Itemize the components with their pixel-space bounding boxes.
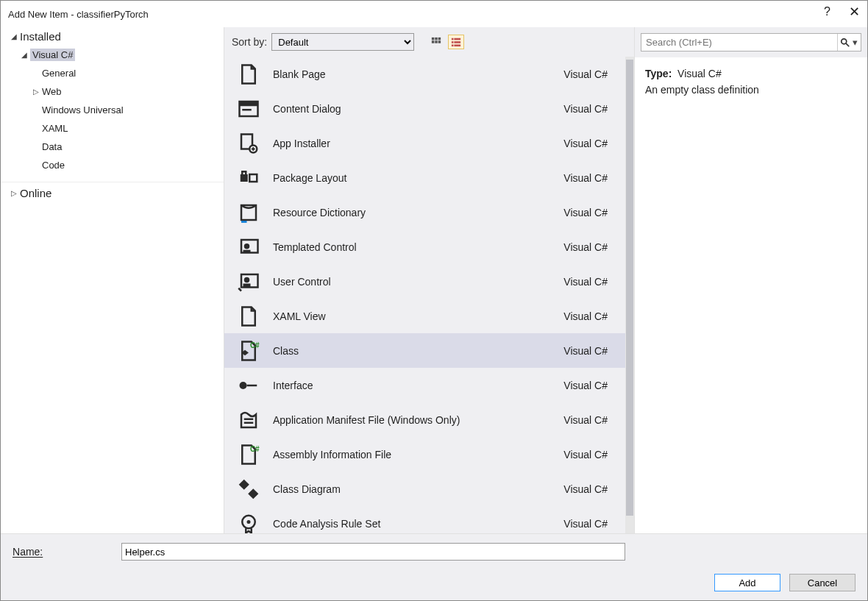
help-button[interactable]: ?	[824, 5, 830, 18]
template-item[interactable]: Content DialogVisual C#	[224, 91, 625, 126]
chevron-down-icon: ◢	[10, 32, 18, 40]
add-new-item-dialog: Add New Item - classifierPyTorch ? ✕ ◢ I…	[0, 0, 868, 601]
template-language: Visual C#	[563, 207, 608, 218]
template-name: Code Analysis Rule Set	[273, 518, 563, 530]
search-icon	[840, 38, 850, 48]
template-item[interactable]: Resource DictionaryVisual C#	[224, 195, 625, 230]
sort-label: Sort by:	[232, 36, 267, 48]
tree-item[interactable]: Data	[1, 138, 224, 156]
template-name: XAML View	[273, 310, 563, 322]
tree-item-label: Visual C#	[30, 49, 75, 61]
add-button[interactable]: Add	[714, 574, 780, 591]
sort-select[interactable]: Default	[271, 33, 414, 51]
ruleset-icon	[236, 511, 261, 534]
search-input[interactable]	[641, 33, 861, 51]
template-item[interactable]: Application Manifest File (Windows Only)…	[224, 402, 625, 437]
tcontrol-icon	[236, 235, 261, 260]
name-input[interactable]	[121, 543, 625, 561]
template-item[interactable]: XAML ViewVisual C#	[224, 299, 625, 333]
scrollbar[interactable]	[625, 57, 634, 533]
template-item[interactable]: Class DiagramVisual C#	[224, 472, 625, 506]
content: ◢ Installed ◢Visual C#General▷WebWindows…	[1, 27, 867, 533]
details-type-label: Type:	[645, 68, 672, 79]
template-name: Blank Page	[273, 68, 563, 80]
template-language: Visual C#	[563, 518, 608, 530]
list-icon	[450, 37, 462, 47]
tree-item[interactable]: ▷Web	[1, 82, 224, 101]
name-label: Name:	[13, 546, 121, 558]
template-panel: Sort by: Default Blank PageVisual C#Cont…	[224, 27, 634, 533]
tree-item-label: XAML	[42, 123, 68, 134]
tree-item-label: Web	[42, 86, 62, 97]
dialog-icon	[236, 96, 261, 121]
installer-icon	[236, 131, 261, 156]
template-name: Class	[273, 345, 563, 357]
template-item[interactable]: Blank PageVisual C#	[224, 57, 625, 91]
template-language: Visual C#	[563, 103, 608, 115]
manifest-icon	[236, 408, 261, 433]
template-name: Application Manifest File (Windows Only)	[273, 414, 563, 426]
class-icon	[236, 338, 261, 363]
tree-item-label: General	[42, 68, 76, 79]
template-item[interactable]: App InstallerVisual C#	[224, 126, 625, 160]
tree-item-label: Online	[20, 187, 51, 199]
diagram-icon	[236, 477, 261, 502]
close-icon[interactable]: ✕	[849, 4, 860, 20]
template-language: Visual C#	[563, 449, 608, 460]
template-name: Package Layout	[273, 172, 563, 184]
tree-item-label: Code	[42, 160, 65, 171]
tree-item[interactable]: General	[1, 64, 224, 82]
template-language: Visual C#	[563, 414, 608, 426]
chevron-right-icon: ▷	[32, 88, 40, 96]
window-title: Add New Item - classifierPyTorch	[8, 9, 149, 20]
tree-item-online[interactable]: ▷ Online	[1, 182, 224, 202]
template-item[interactable]: Code Analysis Rule SetVisual C#	[224, 506, 625, 533]
interface-icon	[236, 373, 261, 398]
template-name: Assembly Information File	[273, 449, 563, 460]
template-item[interactable]: Package LayoutVisual C#	[224, 160, 625, 195]
details-panel: ▾ Type: Visual C# An empty class definit…	[634, 27, 867, 533]
assembly-icon	[236, 442, 261, 467]
template-item[interactable]: ClassVisual C#	[224, 333, 625, 368]
tree-item[interactable]: XAML	[1, 119, 224, 138]
page-icon	[236, 62, 261, 87]
template-language: Visual C#	[563, 483, 608, 495]
template-language: Visual C#	[563, 241, 608, 253]
template-name: Content Dialog	[273, 103, 563, 115]
grid-icon	[430, 37, 442, 47]
tree-item-label: Data	[42, 141, 62, 152]
tree-item[interactable]: Windows Universal	[1, 101, 224, 119]
cancel-button[interactable]: Cancel	[789, 574, 855, 591]
view-list-button[interactable]	[448, 35, 464, 49]
template-name: Interface	[273, 380, 563, 391]
template-name: Class Diagram	[273, 483, 563, 495]
template-language: Visual C#	[563, 68, 608, 80]
package-icon	[236, 166, 261, 191]
template-toolbar: Sort by: Default	[224, 27, 634, 57]
tree-item-installed[interactable]: ◢ Installed	[1, 27, 224, 46]
template-language: Visual C#	[563, 345, 608, 357]
scrollbar-thumb[interactable]	[626, 60, 633, 516]
details-description: An empty class definition	[645, 84, 857, 96]
template-item[interactable]: User ControlVisual C#	[224, 264, 625, 299]
view-grid-button[interactable]	[429, 35, 444, 49]
footer: Name: Add Cancel	[1, 533, 867, 600]
titlebar: Add New Item - classifierPyTorch ? ✕	[1, 1, 867, 27]
tree-item[interactable]: ◢Visual C#	[1, 46, 224, 64]
search-button[interactable]: ▾	[837, 34, 860, 51]
template-language: Visual C#	[563, 310, 608, 322]
template-item[interactable]: InterfaceVisual C#	[224, 368, 625, 402]
template-item[interactable]: Templated ControlVisual C#	[224, 230, 625, 264]
template-item[interactable]: Assembly Information FileVisual C#	[224, 437, 625, 472]
template-name: App Installer	[273, 138, 563, 149]
template-language: Visual C#	[563, 138, 608, 149]
template-name: User Control	[273, 276, 563, 288]
template-name: Templated Control	[273, 241, 563, 253]
details-type-value: Visual C#	[677, 68, 722, 79]
tree-item[interactable]: Code	[1, 156, 224, 174]
tree-item-label: Windows Universal	[42, 104, 124, 115]
template-list[interactable]: Blank PageVisual C#Content DialogVisual …	[224, 57, 625, 533]
page-icon	[236, 304, 261, 329]
template-name: Resource Dictionary	[273, 207, 563, 218]
template-language: Visual C#	[563, 172, 608, 184]
